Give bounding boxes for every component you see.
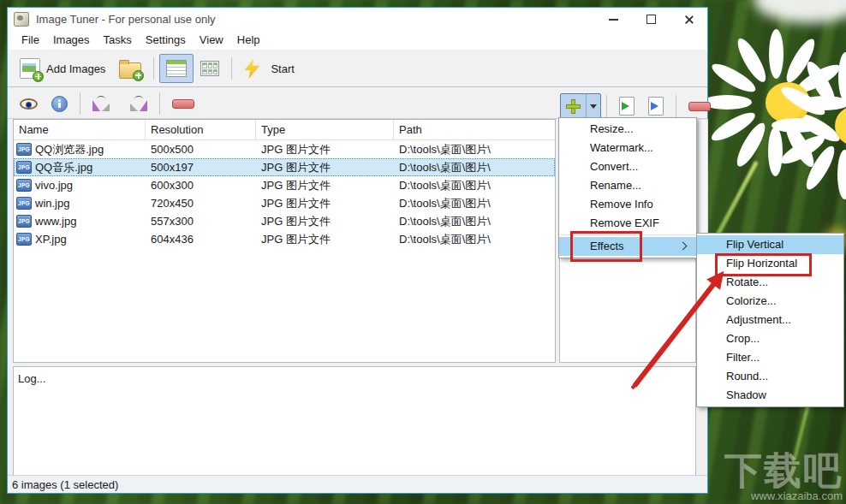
add-folder-button[interactable]	[112, 54, 148, 83]
table-row[interactable]: JPGvivo.jpg 600x300 JPG 图片文件 D:\tools\桌面…	[14, 176, 555, 194]
add-task-split-button[interactable]	[560, 93, 601, 119]
menu-item-rename[interactable]: Rename...	[559, 176, 696, 195]
file-type: JPG 图片文件	[256, 178, 394, 193]
file-path: D:\tools\桌面\图片\	[394, 232, 555, 247]
menu-item-flip-vertical[interactable]: Flip Vertical	[697, 235, 843, 254]
minimize-button[interactable]	[594, 8, 632, 31]
menu-item-crop[interactable]: Crop...	[697, 329, 843, 348]
file-resolution: 500x197	[146, 161, 256, 174]
watermark-logo: 下载吧	[724, 452, 843, 489]
remove-image-button[interactable]	[165, 92, 201, 116]
app-icon	[14, 12, 29, 27]
table-row[interactable]: JPGwin.jpg 720x450 JPG 图片文件 D:\tools\桌面\…	[14, 194, 555, 212]
column-header-type[interactable]: Type	[256, 120, 394, 139]
window-title: Image Tuner - For personal use only	[36, 13, 216, 26]
preview-eye-icon	[20, 98, 38, 110]
file-path: D:\tools\桌面\图片\	[394, 196, 555, 211]
remove-task-minus-icon	[688, 102, 711, 111]
view-details-icon	[166, 60, 187, 77]
menu-item-convert[interactable]: Convert...	[559, 157, 696, 176]
menu-settings[interactable]: Settings	[139, 31, 193, 50]
info-icon	[51, 96, 68, 112]
menu-item-filter[interactable]: Filter...	[697, 348, 843, 367]
menu-tasks[interactable]: Tasks	[97, 31, 139, 50]
menu-item-remove-exif[interactable]: Remove EXIF	[559, 214, 696, 233]
menu-item-adjustment[interactable]: Adjustment...	[697, 311, 843, 329]
menu-view[interactable]: View	[193, 31, 230, 50]
file-name: win.jpg	[35, 197, 69, 210]
menu-item-resize[interactable]: Resize...	[559, 120, 696, 139]
rotate-left-button[interactable]	[86, 92, 120, 116]
file-name: vivo.jpg	[35, 179, 73, 192]
table-row-selected[interactable]: JPGQQ音乐.jpg 500x197 JPG 图片文件 D:\tools\桌面…	[14, 158, 555, 176]
preview-button[interactable]	[13, 92, 45, 116]
menu-item-colorize[interactable]: Colorize...	[697, 292, 843, 311]
file-resolution: 500x500	[146, 143, 256, 156]
file-path: D:\tools\桌面\图片\	[394, 160, 555, 175]
title-bar: Image Tuner - For personal use only	[8, 8, 707, 31]
menu-help[interactable]: Help	[230, 31, 267, 50]
file-path: D:\tools\桌面\图片\	[394, 214, 555, 229]
chevron-down-icon	[590, 104, 597, 109]
file-resolution: 557x300	[146, 215, 256, 228]
view-details-button[interactable]	[159, 54, 194, 83]
info-button[interactable]	[45, 92, 74, 116]
annotation-box-effects	[570, 231, 642, 262]
close-button[interactable]	[670, 8, 707, 31]
rotate-right-button[interactable]	[120, 92, 154, 116]
table-header: Name Resolution Type Path	[14, 120, 555, 140]
view-thumbnails-button[interactable]	[194, 54, 226, 83]
add-folder-icon	[119, 62, 141, 79]
add-task-plus-icon	[566, 99, 581, 114]
file-resolution: 604x436	[146, 233, 256, 246]
toolbar-separator	[153, 57, 154, 80]
file-name: www.jpg	[35, 215, 76, 228]
menu-item-watermark[interactable]: Watermark...	[559, 139, 696, 157]
watermark-url: www.xiazaiba.com	[724, 489, 843, 502]
table-row[interactable]: JPGwww.jpg 557x300 JPG 图片文件 D:\tools\桌面\…	[14, 212, 555, 230]
menu-item-shadow[interactable]: Shadow	[697, 386, 843, 405]
apply-all-button[interactable]	[641, 94, 670, 118]
add-task-dropdown[interactable]	[587, 94, 600, 118]
file-name: XP.jpg	[35, 233, 67, 246]
file-resolution: 720x450	[146, 197, 256, 210]
menu-item-remove-info[interactable]: Remove Info	[559, 195, 696, 214]
add-images-icon	[20, 58, 40, 79]
file-type: JPG 图片文件	[256, 142, 394, 157]
minimize-icon	[609, 19, 618, 21]
toolbar-separator	[231, 57, 232, 80]
start-label: Start	[271, 62, 294, 75]
menu-file[interactable]: File	[15, 31, 46, 50]
table-row[interactable]: JPGQQ浏览器.jpg 500x500 JPG 图片文件 D:\tools\桌…	[14, 140, 555, 158]
apply-selected-doc-icon	[619, 97, 634, 116]
file-type: JPG 图片文件	[256, 160, 394, 175]
blurred-flower	[754, 0, 846, 23]
jpg-file-icon: JPG	[16, 143, 32, 156]
apply-selected-button[interactable]	[612, 94, 641, 118]
jpg-file-icon: JPG	[16, 233, 32, 246]
column-header-path[interactable]: Path	[394, 120, 555, 139]
add-images-button[interactable]: Add Images	[13, 54, 112, 83]
start-button[interactable]: Start	[237, 54, 301, 83]
submenu-chevron-icon	[679, 242, 688, 251]
maximize-icon	[646, 15, 656, 24]
secondary-toolbar	[8, 89, 707, 119]
status-bar: 6 images (1 selected)	[8, 475, 707, 493]
menu-images[interactable]: Images	[46, 31, 97, 50]
toolbar-separator	[676, 95, 676, 117]
jpg-file-icon: JPG	[16, 197, 32, 210]
table-row[interactable]: JPGXP.jpg 604x436 JPG 图片文件 D:\tools\桌面\图…	[14, 230, 555, 248]
column-header-name[interactable]: Name	[14, 120, 146, 139]
annotation-box-flip-horizontal	[715, 253, 812, 276]
view-thumbnails-icon	[200, 61, 219, 76]
toolbar-separator	[606, 95, 607, 117]
maximize-button[interactable]	[632, 8, 670, 31]
remove-task-button[interactable]	[682, 94, 718, 118]
rotate-right-icon	[127, 96, 147, 111]
remove-minus-icon	[172, 99, 194, 109]
add-images-label: Add Images	[46, 62, 105, 75]
log-box: Log...	[13, 366, 696, 477]
toolbar-separator	[159, 92, 160, 115]
menu-item-round[interactable]: Round...	[697, 367, 843, 386]
column-header-resolution[interactable]: Resolution	[146, 120, 256, 139]
